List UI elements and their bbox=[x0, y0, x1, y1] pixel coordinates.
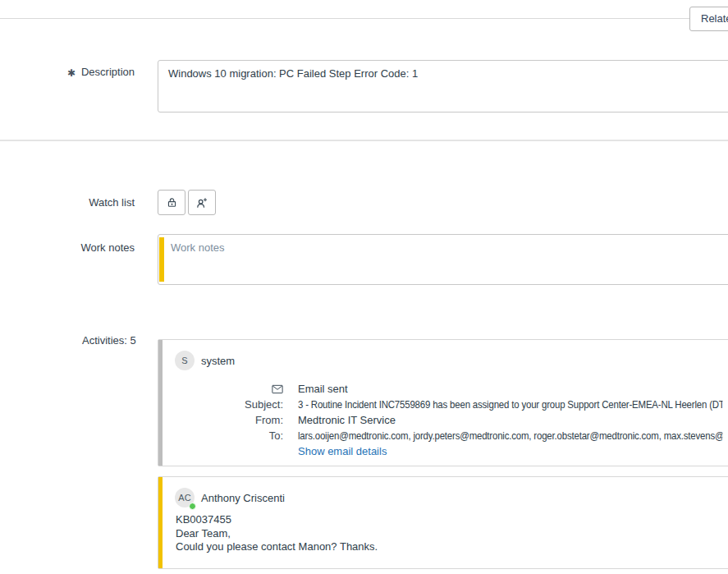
work-notes-label: Work notes bbox=[0, 241, 135, 254]
work-notes-field bbox=[158, 234, 728, 285]
presence-online-dot bbox=[189, 503, 196, 510]
avatar[interactable]: S bbox=[175, 351, 195, 370]
watch-list-lock-button[interactable] bbox=[158, 190, 185, 215]
lock-icon bbox=[166, 196, 178, 209]
required-asterisk-icon: ✱ bbox=[67, 67, 76, 80]
incident-form-screen: Related ✱Description Windows 10 migratio… bbox=[0, 0, 728, 574]
tab-related[interactable]: Related bbox=[689, 7, 728, 31]
add-person-icon bbox=[195, 196, 208, 209]
tab-strip-divider bbox=[0, 18, 728, 19]
comment-line: Could you please contact Manon? Thanks. bbox=[176, 540, 728, 554]
email-from-key: From: bbox=[158, 412, 298, 428]
envelope-icon bbox=[272, 383, 283, 398]
email-details: Email sent Subject: 3 - Routine Incident… bbox=[158, 381, 728, 459]
email-to-key: To: bbox=[158, 428, 298, 443]
comment-body: KB0037455 Dear Team, Could you please co… bbox=[176, 513, 728, 554]
email-status: Email sent bbox=[298, 381, 728, 397]
description-input[interactable]: Windows 10 migration: PC Failed Step Err… bbox=[158, 60, 728, 113]
activity-author: Anthony Criscenti bbox=[201, 492, 285, 504]
comment-line: Dear Team, bbox=[176, 527, 728, 541]
show-email-details-link[interactable]: Show email details bbox=[298, 445, 387, 457]
activity-card-comment: AC Anthony Criscenti KB0037455 Dear Team… bbox=[158, 476, 728, 569]
email-to-value: lars.ooijen@medtronic.com, jordy.peters@… bbox=[298, 428, 722, 443]
activity-card-system: S system Email sent Subject: 3 - Routine… bbox=[158, 339, 728, 466]
watch-list-label: Watch list bbox=[0, 196, 135, 209]
watch-list-add-person-button[interactable] bbox=[188, 190, 216, 215]
comment-line: KB0037455 bbox=[176, 513, 728, 527]
activity-stripe-yellow bbox=[158, 477, 163, 568]
section-divider bbox=[0, 140, 728, 141]
email-subject-value: 3 - Routine Incident INC7559869 has been… bbox=[298, 397, 722, 412]
description-label-text: Description bbox=[81, 66, 135, 78]
email-subject-key: Subject: bbox=[158, 397, 298, 412]
avatar[interactable]: AC bbox=[175, 488, 195, 507]
avatar-initials: AC bbox=[178, 493, 190, 503]
activities-count-label: Activities: 5 bbox=[82, 334, 136, 347]
email-from-value: Medtronic IT Service bbox=[298, 412, 728, 428]
description-label: ✱Description bbox=[0, 66, 135, 79]
activity-author: system bbox=[201, 355, 235, 367]
work-notes-input[interactable] bbox=[164, 235, 728, 284]
